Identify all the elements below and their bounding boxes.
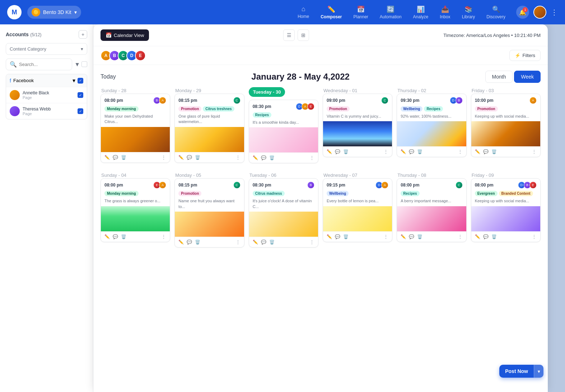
comment-icon[interactable]: 💬 [335, 234, 340, 239]
delete-icon[interactable]: 🗑️ [417, 234, 422, 239]
account-avatar-theresa [10, 106, 20, 116]
brand-selector[interactable]: 🟡 Bento 3D Kit ▾ [27, 6, 81, 19]
day-label: Monday - 29 [174, 88, 202, 93]
more-options-icon[interactable]: ⋮ [383, 149, 388, 155]
grid-view-btn[interactable]: ⊞ [298, 29, 309, 41]
filter-icon[interactable]: ▼ [74, 61, 80, 68]
add-account-button[interactable]: + [79, 30, 87, 39]
nav-item-library[interactable]: 📚 Library [457, 3, 480, 22]
edit-icon[interactable]: ✏️ [253, 240, 258, 245]
account-item-theresa[interactable]: Theresa Webb Page ✓ [6, 103, 87, 119]
comment-icon[interactable]: 💬 [483, 149, 489, 154]
more-options-icon[interactable]: ⋮ [532, 149, 537, 155]
checkbox-all[interactable] [81, 61, 87, 67]
analyze-icon: 📊 [417, 5, 425, 13]
more-options-icon[interactable]: ⋮ [309, 239, 314, 245]
comment-icon[interactable]: 💬 [187, 155, 192, 160]
edit-icon[interactable]: ✏️ [401, 234, 406, 239]
user-avatar[interactable] [533, 6, 546, 19]
annette-checkbox[interactable]: ✓ [78, 92, 83, 98]
delete-icon[interactable]: 🗑️ [343, 149, 349, 154]
more-options-icon[interactable]: ⋮ [235, 239, 241, 245]
facebook-header[interactable]: f Facebook ▾ ✓ [6, 74, 87, 87]
edit-icon[interactable]: ✏️ [253, 155, 258, 160]
nav-item-inbox[interactable]: 📥 Inbox [435, 3, 455, 22]
week-view-btn[interactable]: Week [514, 71, 541, 83]
delete-icon[interactable]: 🗑️ [491, 234, 497, 239]
delete-icon[interactable]: 🗑️ [269, 240, 275, 245]
edit-icon[interactable]: ✏️ [401, 149, 406, 154]
more-options-icon[interactable]: ⋮ [161, 234, 166, 240]
nav-label-automation: Automation [380, 14, 402, 19]
nav-item-planner[interactable]: 📅 Planner [348, 3, 373, 22]
edit-icon[interactable]: ✏️ [475, 234, 480, 239]
post-now-arrow[interactable]: ▾ [534, 365, 543, 378]
more-options-icon[interactable]: ⋮ [161, 155, 166, 160]
comment-icon[interactable]: 💬 [113, 155, 118, 160]
facebook-checkbox[interactable]: ✓ [78, 78, 83, 84]
theresa-checkbox[interactable]: ✓ [78, 108, 83, 114]
search-input[interactable] [19, 62, 68, 67]
more-options-icon[interactable]: ⋮ [458, 234, 463, 240]
comment-icon[interactable]: 💬 [335, 149, 340, 154]
calendar-view-label: Calendar View [114, 33, 144, 38]
calendar-view-button[interactable]: 📅 Calendar View [101, 29, 149, 41]
account-item-annette[interactable]: Annette Black Page ✓ [6, 87, 87, 103]
footer-actions: ✏️💬🗑️ [253, 240, 275, 245]
delete-icon[interactable]: 🗑️ [195, 240, 200, 245]
nav-item-automation[interactable]: 🔄 Automation [375, 3, 407, 22]
post-image-placeholder [471, 121, 540, 146]
edit-icon[interactable]: ✏️ [178, 155, 184, 160]
nav-item-analyze[interactable]: 📊 Analyze [408, 3, 434, 22]
post-now-button[interactable]: Post Now ▾ [499, 365, 543, 378]
today-button[interactable]: Today [101, 74, 116, 80]
post-image [323, 121, 392, 146]
delete-icon[interactable]: 🗑️ [491, 149, 497, 154]
post-card-header: 09:30 pmDB [397, 94, 466, 105]
post-image [175, 212, 244, 237]
edit-icon[interactable]: ✏️ [104, 234, 110, 239]
edit-icon[interactable]: ✏️ [475, 149, 480, 154]
list-view-btn[interactable]: ☰ [283, 29, 295, 41]
accounts-sidebar: Accounts (5/12) + Content Category ▾ 🔍 ▼… [0, 24, 93, 392]
delete-icon[interactable]: 🗑️ [121, 234, 126, 239]
notifications-button[interactable]: 🔔 1 [516, 6, 529, 19]
post-text: It's a smoothie kinda day... [249, 119, 318, 127]
post-card-header: 10:00 pmA [471, 94, 540, 105]
post-image-placeholder [101, 127, 170, 152]
month-view-btn[interactable]: Month [485, 71, 513, 83]
nav-item-home[interactable]: ⌂ Home [293, 3, 314, 22]
day-column: Friday - 0310:00 pmAPromotionKeeping up … [471, 87, 541, 166]
filters-button[interactable]: ⚡ Filters [509, 50, 541, 61]
more-options-icon[interactable]: ⋮ [532, 234, 537, 240]
comment-icon[interactable]: 💬 [261, 155, 266, 160]
more-options-icon[interactable]: ⋮ [383, 234, 388, 240]
comment-icon[interactable]: 💬 [187, 240, 192, 245]
comment-icon[interactable]: 💬 [483, 234, 489, 239]
nav-label-library: Library [462, 14, 475, 19]
content-category-select[interactable]: Content Category ▾ [6, 43, 87, 55]
edit-icon[interactable]: ✏️ [104, 155, 110, 160]
more-options-icon[interactable]: ⋮ [309, 155, 314, 161]
delete-icon[interactable]: 🗑️ [417, 149, 422, 154]
comment-icon[interactable]: 💬 [409, 149, 414, 154]
nav-links: ⌂ Home ✏️ Composer 📅 Planner 🔄 Automatio… [293, 3, 510, 22]
edit-icon[interactable]: ✏️ [327, 149, 332, 154]
more-menu-button[interactable]: ⋮ [551, 8, 558, 16]
comment-icon[interactable]: 💬 [113, 234, 118, 239]
delete-icon[interactable]: 🗑️ [121, 155, 126, 160]
comment-icon[interactable]: 💬 [261, 240, 266, 245]
nav-item-discovery[interactable]: 🔍 Discovery [481, 3, 510, 22]
nav-item-composer[interactable]: ✏️ Composer [316, 3, 347, 22]
delete-icon[interactable]: 🗑️ [195, 155, 200, 160]
user-avatar-5[interactable]: E [135, 50, 146, 61]
app-logo[interactable]: M [7, 5, 22, 19]
edit-icon[interactable]: ✏️ [178, 240, 184, 245]
delete-icon[interactable]: 🗑️ [269, 155, 275, 160]
comment-icon[interactable]: 💬 [409, 234, 414, 239]
edit-icon[interactable]: ✏️ [327, 234, 332, 239]
more-options-icon[interactable]: ⋮ [458, 149, 463, 155]
search-box[interactable]: 🔍 [6, 58, 72, 70]
delete-icon[interactable]: 🗑️ [343, 234, 349, 239]
more-options-icon[interactable]: ⋮ [235, 155, 241, 160]
